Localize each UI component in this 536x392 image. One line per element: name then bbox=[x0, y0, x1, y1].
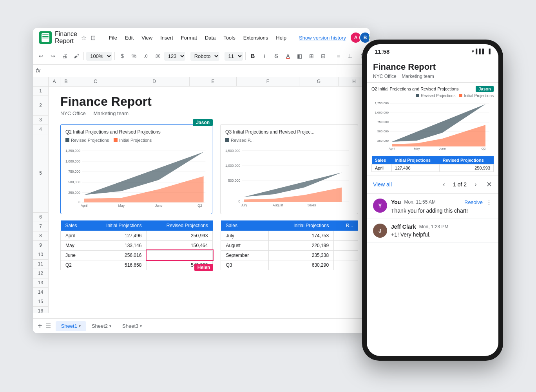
legend-revised-label: Revised Projections bbox=[71, 138, 109, 143]
svg-text:1,000,000: 1,000,000 bbox=[225, 164, 241, 168]
phone-col-revised: Revised Projections bbox=[440, 156, 494, 164]
phone-april-label: April bbox=[372, 164, 392, 172]
menu-help[interactable]: Help bbox=[273, 33, 290, 42]
comment-body-you: You Mon, 11:55 AM Resolve ⋮ Thank you fo… bbox=[391, 199, 492, 214]
phone-pagination: View all ‹ 1 of 2 › ✕ bbox=[367, 175, 498, 194]
drive-icon[interactable]: ⊡ bbox=[90, 33, 96, 42]
phone-subtitle-office: NYC Office bbox=[373, 74, 397, 79]
sheet-1-label: Sheet1 bbox=[61, 323, 77, 329]
sheet-inner: Finance Report NYC Office Marketing team… bbox=[49, 87, 370, 278]
comment-author-jeff: Jeff Clark bbox=[391, 224, 416, 230]
borders-button[interactable]: ⊞ bbox=[306, 51, 317, 61]
q2-may-label: May bbox=[61, 240, 88, 250]
sheet-tab-1[interactable]: Sheet1 ▾ bbox=[56, 321, 86, 331]
subtitle-office: NYC Office bbox=[60, 110, 86, 116]
comment-text-jeff: +1! Very helpful. bbox=[391, 231, 492, 238]
q2-june-revised[interactable]: Helen bbox=[147, 250, 213, 260]
row-3: 3 bbox=[33, 116, 48, 125]
phone-chart-svg: 1,250,000 1,000,000 750,000 500,000 250,… bbox=[371, 99, 494, 150]
sheet-list-button[interactable]: ☰ bbox=[45, 322, 51, 330]
svg-text:April: April bbox=[81, 204, 87, 208]
menu-file[interactable]: File bbox=[106, 33, 120, 42]
svg-text:500,000: 500,000 bbox=[377, 130, 389, 133]
q2-june-initial: 256,016 bbox=[88, 250, 147, 260]
menu-format[interactable]: Format bbox=[178, 33, 200, 42]
format-paint-button[interactable]: 🖌 bbox=[71, 51, 81, 61]
redo-button[interactable]: ↪ bbox=[48, 51, 58, 61]
next-page-button[interactable]: › bbox=[470, 179, 482, 190]
charts-row: Jason Q2 Initial Projections and Revised… bbox=[60, 124, 358, 214]
strikethrough-button[interactable]: S bbox=[271, 51, 281, 61]
phone-sheet-header: Finance Report NYC Office Marketing team bbox=[367, 57, 498, 83]
menu-edit[interactable]: Edit bbox=[122, 33, 137, 42]
align-v-button[interactable]: ⊥ bbox=[345, 51, 355, 61]
spreadsheet-window: Finance Report ☆ ⊡ File Edit View Insert… bbox=[33, 28, 370, 333]
col-header-B: B bbox=[60, 77, 72, 86]
phone-legend-initial: Initial Projections bbox=[459, 94, 494, 98]
q3-september-initial: 235,338 bbox=[268, 250, 333, 260]
phone-report-title: Finance Report bbox=[373, 62, 492, 72]
menu-tools[interactable]: Tools bbox=[220, 33, 238, 42]
sheet-tab-3[interactable]: Sheet3 ▾ bbox=[117, 321, 147, 331]
phone-legend-initial-label: Initial Projections bbox=[464, 94, 494, 98]
version-history-link[interactable]: Show version history bbox=[299, 35, 346, 41]
decimal-decrease-button[interactable]: .0 bbox=[141, 51, 151, 61]
q2-total-label: Q2 bbox=[61, 260, 88, 270]
q2-april-label: April bbox=[61, 231, 88, 240]
q2-april-revised: 250,993 bbox=[147, 231, 213, 240]
subtitle-team: Marketing team bbox=[93, 110, 129, 116]
row-13: 13 bbox=[33, 278, 48, 288]
comment-header-you: You Mon, 11:55 AM Resolve ⋮ bbox=[391, 199, 492, 206]
table-row: April 127,496 250,993 bbox=[61, 231, 213, 240]
menu-view[interactable]: View bbox=[138, 33, 156, 42]
star-icon[interactable]: ☆ bbox=[80, 33, 87, 42]
q3-september-revised bbox=[334, 250, 358, 260]
phone-legend-revised: Revised Projections bbox=[416, 94, 455, 98]
print-button[interactable]: 🖨 bbox=[60, 51, 70, 61]
view-all-link[interactable]: View all bbox=[373, 181, 392, 188]
text-color-button[interactable]: A bbox=[283, 51, 293, 61]
toolbar-divider-3 bbox=[188, 52, 188, 60]
svg-text:1,250,000: 1,250,000 bbox=[375, 101, 389, 105]
bold-button[interactable]: B bbox=[248, 51, 258, 61]
percent-button[interactable]: % bbox=[129, 51, 139, 61]
phone-legend-revised-label: Revised Projections bbox=[421, 94, 455, 98]
comment-time-jeff: Mon, 1:23 PM bbox=[419, 224, 449, 229]
toolbar: ↩ ↪ 🖨 🖌 100% $ % .0 .00 123 Roboto 11 bbox=[33, 48, 370, 65]
italic-button[interactable]: I bbox=[259, 51, 270, 61]
merge-button[interactable]: ⊟ bbox=[318, 51, 328, 61]
sheet-3-arrow: ▾ bbox=[140, 324, 142, 328]
decimal-increase-button[interactable]: .00 bbox=[152, 51, 163, 61]
q3-col-revised: R... bbox=[334, 220, 358, 231]
sheet-tab-2[interactable]: Sheet2 ▾ bbox=[86, 321, 117, 331]
q3-legend-revised-dot bbox=[225, 138, 229, 142]
menu-insert[interactable]: Insert bbox=[157, 33, 176, 42]
resolve-button[interactable]: Resolve bbox=[464, 199, 483, 205]
phone-chart-legend: Revised Projections Initial Projections bbox=[371, 94, 494, 98]
legend-initial-dot bbox=[114, 138, 118, 142]
format-selector[interactable]: 123 bbox=[164, 52, 185, 61]
undo-button[interactable]: ↩ bbox=[36, 51, 46, 61]
menu-data[interactable]: Data bbox=[202, 33, 219, 42]
comment-more-button[interactable]: ⋮ bbox=[486, 199, 492, 206]
currency-button[interactable]: $ bbox=[117, 51, 127, 61]
row-11: 11 bbox=[33, 260, 48, 269]
row-9: 9 bbox=[33, 241, 48, 250]
sheet-2-arrow: ▾ bbox=[109, 324, 111, 328]
font-selector[interactable]: Roboto bbox=[190, 52, 219, 61]
svg-text:August: August bbox=[273, 203, 283, 207]
sheet-tabs: + ☰ Sheet1 ▾ Sheet2 ▾ Sheet3 ▾ bbox=[33, 318, 370, 333]
prev-page-button[interactable]: ‹ bbox=[438, 179, 450, 190]
add-sheet-button[interactable]: + bbox=[38, 322, 42, 331]
align-h-button[interactable]: ≡ bbox=[333, 51, 343, 61]
close-panel-button[interactable]: ✕ bbox=[486, 180, 492, 189]
q2-may-revised: 150,464 bbox=[147, 240, 213, 250]
menu-extensions[interactable]: Extensions bbox=[240, 33, 272, 42]
zoom-selector[interactable]: 100% bbox=[86, 52, 112, 61]
row-5: 5 bbox=[33, 134, 48, 213]
fill-color-button[interactable]: ◧ bbox=[295, 51, 305, 61]
phone-table-area: Sales Initial Projections Revised Projec… bbox=[367, 156, 498, 175]
formula-input[interactable] bbox=[43, 68, 367, 74]
svg-text:500,000: 500,000 bbox=[68, 180, 80, 184]
font-size-selector[interactable]: 11 bbox=[225, 52, 243, 61]
